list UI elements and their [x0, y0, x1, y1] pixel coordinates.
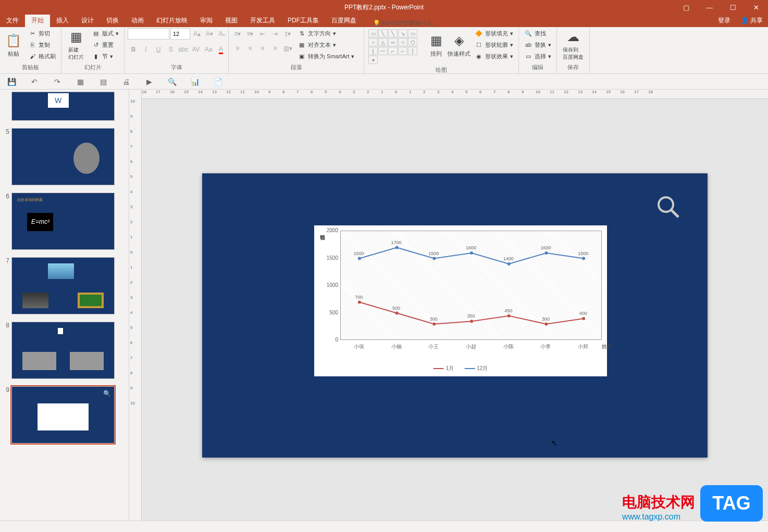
align-center-button[interactable]: ≡	[244, 43, 256, 54]
new-slide-icon: ▦	[68, 29, 84, 45]
tab-home[interactable]: 开始	[25, 14, 50, 27]
shape-hex[interactable]: ⬡	[408, 38, 417, 46]
align-right-button[interactable]: ≡	[257, 43, 268, 54]
tab-developer[interactable]: 开发工具	[244, 14, 281, 27]
shape-brace[interactable]: {	[368, 47, 378, 55]
qat-btn-6[interactable]: 📊	[190, 77, 200, 87]
qat-btn-4[interactable]: ▶	[144, 77, 154, 87]
thumb-8[interactable]: 8	[2, 322, 127, 379]
font-size-input[interactable]	[170, 28, 190, 40]
paste-button[interactable]: 📋 粘贴	[3, 28, 24, 61]
reset-button[interactable]: ↺重置	[90, 40, 121, 50]
slide-thumbnails-panel[interactable]: W 5 6 此处添加的标题 E=mc² 7 8	[0, 90, 129, 532]
minimize-button[interactable]: —	[698, 0, 721, 15]
shape-connector[interactable]: ⌐	[388, 47, 398, 55]
decrease-indent-button[interactable]: ⇤	[257, 28, 268, 40]
save-icon[interactable]: 💾	[6, 77, 17, 87]
select-button[interactable]: ▭选择 ▾	[522, 51, 553, 61]
shape-more1[interactable]: ⌐	[398, 47, 407, 55]
char-spacing-button[interactable]: AV	[190, 44, 202, 55]
tab-file[interactable]: 文件	[0, 14, 25, 27]
tell-me-search[interactable]: 💡 告诉我您想要做什么...	[373, 19, 437, 27]
tab-review[interactable]: 审阅	[194, 14, 219, 27]
increase-font-icon[interactable]: A▴	[191, 28, 203, 40]
replace-button[interactable]: ab替换 ▾	[522, 40, 553, 50]
text-direction-button[interactable]: ⇅文字方向 ▾	[295, 28, 356, 39]
decrease-font-icon[interactable]: A▾	[204, 28, 215, 40]
line-spacing-button[interactable]: ‡▾	[282, 28, 293, 40]
save-baidu-button[interactable]: ☁ 保存到 百度网盘	[560, 28, 586, 61]
thumb-5[interactable]: 5	[2, 128, 127, 185]
bold-button[interactable]: B	[128, 44, 139, 55]
italic-button[interactable]: I	[140, 44, 152, 55]
shape-effects-button[interactable]: ◉形状效果 ▾	[473, 51, 515, 61]
line-chart[interactable]: 销售额 姓名 1月12月 0500100015002000小张小杨小王小赵小陈小…	[314, 225, 607, 376]
tab-transitions[interactable]: 切换	[100, 14, 125, 27]
align-text-button[interactable]: ▦对齐文本 ▾	[295, 40, 356, 50]
shape-tri[interactable]: △	[378, 38, 388, 46]
tab-pdf[interactable]: PDF工具集	[281, 14, 325, 27]
tab-insert[interactable]: 插入	[50, 14, 75, 27]
tab-baidu[interactable]: 百度网盘	[325, 14, 363, 27]
clear-format-icon[interactable]: Aₓ	[216, 28, 228, 40]
ribbon-options-icon[interactable]: ▢	[674, 0, 698, 15]
shape-oval[interactable]: ○	[368, 38, 378, 46]
share-button[interactable]: 👤 共享	[736, 14, 768, 27]
font-family-input[interactable]	[128, 28, 169, 40]
shape-rect[interactable]: ▭	[368, 29, 378, 37]
tab-slideshow[interactable]: 幻灯片放映	[150, 14, 194, 27]
change-case-button[interactable]: Aa	[203, 44, 214, 55]
maximize-button[interactable]: ☐	[721, 0, 745, 15]
slide[interactable]: 销售额 姓名 1月12月 0500100015002000小张小杨小王小赵小陈小…	[202, 173, 708, 458]
redo-icon[interactable]: ↷	[52, 77, 63, 87]
tab-view[interactable]: 视图	[219, 14, 244, 27]
smartart-button[interactable]: ▣转换为 SmartArt ▾	[295, 51, 356, 61]
shape-arrow2[interactable]: ⇨	[388, 38, 398, 46]
align-left-button[interactable]: ≡	[232, 43, 243, 54]
tab-animations[interactable]: 动画	[125, 14, 150, 27]
find-button[interactable]: 🔍查找	[522, 28, 553, 39]
login-button[interactable]: 登录	[713, 14, 736, 27]
quick-styles-button[interactable]: ◈ 快速样式	[448, 28, 470, 61]
slide-canvas-area[interactable]: 10987654321012345678910 1817161514131211…	[129, 90, 768, 532]
shape-fill-button[interactable]: 🔶形状填充 ▾	[473, 28, 515, 39]
cut-button[interactable]: ✂剪切	[26, 28, 58, 39]
new-slide-button[interactable]: ▦ 新建 幻灯片	[65, 28, 88, 61]
thumb-9[interactable]: 9 🔍	[2, 386, 127, 444]
shape-more[interactable]: ▾	[368, 56, 378, 64]
shape-curve[interactable]: 〰	[378, 47, 388, 55]
qat-btn-3[interactable]: 🖨	[121, 77, 131, 87]
close-button[interactable]: ✕	[745, 0, 768, 15]
qat-btn-5[interactable]: 🔍	[167, 77, 177, 87]
shape-line[interactable]: ╲	[378, 29, 388, 37]
tab-design[interactable]: 设计	[75, 14, 100, 27]
shape-rect2[interactable]: ▭	[408, 29, 417, 37]
section-button[interactable]: ▮节 ▾	[90, 51, 121, 61]
format-painter-button[interactable]: 🖌格式刷	[26, 51, 58, 61]
font-color-button[interactable]: A	[215, 44, 227, 55]
copy-button[interactable]: ⎘复制	[26, 40, 58, 50]
justify-button[interactable]: ≡	[269, 43, 281, 54]
strikethrough-button[interactable]: S	[165, 44, 177, 55]
underline-button[interactable]: U	[153, 44, 164, 55]
undo-icon[interactable]: ↶	[29, 77, 40, 87]
qat-btn-1[interactable]: ▦	[75, 77, 85, 87]
shape-brace2[interactable]: }	[408, 47, 417, 55]
thumb-7[interactable]: 7	[2, 257, 127, 314]
layout-button[interactable]: ▤版式 ▾	[90, 28, 121, 39]
shape-arrow[interactable]: ↘	[398, 29, 407, 37]
bullets-button[interactable]: ≡▾	[232, 28, 243, 40]
shadow-button[interactable]: abc	[178, 44, 189, 55]
qat-btn-2[interactable]: ▤	[98, 77, 108, 87]
columns-button[interactable]: ▥▾	[282, 43, 293, 54]
shape-star[interactable]: ☆	[398, 38, 407, 46]
thumb-6[interactable]: 6 此处添加的标题 E=mc²	[2, 193, 127, 250]
qat-btn-7[interactable]: 📄	[213, 77, 223, 87]
shape-gallery[interactable]: ▭ ╲ ╲ ↘ ▭ ○ △ ⇨ ☆ ⬡ { 〰 ⌐ ⌐ } ▾	[367, 28, 425, 65]
shape-outline-button[interactable]: ☐形状轮廓 ▾	[473, 40, 515, 50]
numbering-button[interactable]: ≡▾	[244, 28, 256, 40]
thumb-partial[interactable]: W	[2, 92, 127, 121]
arrange-button[interactable]: ▦ 排列	[427, 28, 445, 61]
increase-indent-button[interactable]: ⇥	[269, 28, 281, 40]
shape-line2[interactable]: ╲	[388, 29, 398, 37]
